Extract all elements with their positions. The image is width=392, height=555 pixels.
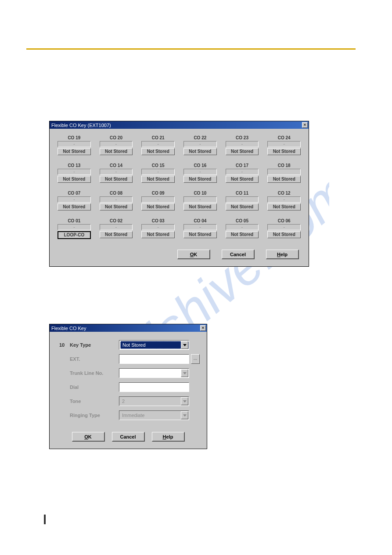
- co-status-button[interactable]: Not Stored: [141, 176, 175, 183]
- co-dash-field[interactable]: -: [58, 141, 91, 147]
- key-type-label: Key Type: [70, 342, 119, 348]
- co-dash-field[interactable]: -: [183, 196, 217, 203]
- co-label: CO 15: [141, 163, 175, 168]
- cancel-button[interactable]: Cancel: [112, 432, 145, 442]
- co-dash-field[interactable]: -: [141, 224, 175, 230]
- co-status-button[interactable]: Not Stored: [183, 203, 217, 210]
- help-button[interactable]: Help: [266, 250, 299, 259]
- co-dash-field[interactable]: -: [58, 169, 91, 175]
- co-status-button[interactable]: Not Stored: [100, 203, 133, 210]
- tone-select[interactable]: 2: [119, 396, 189, 406]
- co-dash-field[interactable]: -: [226, 141, 259, 147]
- co-label: CO 17: [226, 163, 259, 168]
- co-status-button[interactable]: Not Stored: [226, 203, 259, 210]
- co-status-button[interactable]: Not Stored: [267, 203, 301, 210]
- co-label: CO 07: [58, 191, 91, 196]
- close-icon[interactable]: ×: [200, 325, 206, 331]
- co-loop-button[interactable]: LOOP-CO: [58, 231, 91, 239]
- co-cell: CO 12-Not Stored: [267, 191, 301, 210]
- chevron-down-icon[interactable]: [181, 411, 188, 419]
- ringing-label: Ringing Type: [70, 413, 119, 418]
- co-status-button[interactable]: Not Stored: [183, 176, 217, 183]
- close-icon[interactable]: ×: [302, 122, 308, 128]
- co-cell: CO 04-Not Stored: [183, 218, 217, 239]
- co-dash-field[interactable]: -: [267, 196, 301, 203]
- co-dash-field[interactable]: -: [100, 224, 133, 230]
- co-status-button[interactable]: Not Stored: [267, 176, 301, 183]
- co-dash-field[interactable]: -: [267, 224, 301, 230]
- co-status-button[interactable]: Not Stored: [226, 231, 259, 238]
- co-status-button[interactable]: Not Stored: [183, 231, 217, 238]
- co-row: CO 19-Not StoredCO 20-Not StoredCO 21-No…: [58, 135, 301, 155]
- co-dash-field[interactable]: -: [141, 169, 175, 175]
- co-status-button[interactable]: Not Stored: [100, 176, 133, 183]
- co-status-button[interactable]: Not Stored: [267, 148, 301, 155]
- ok-button[interactable]: OK: [177, 250, 210, 259]
- co-status-button[interactable]: Not Stored: [226, 176, 259, 183]
- ext-row: EXT. ...: [59, 354, 200, 364]
- dial-input[interactable]: [119, 382, 189, 392]
- co-dash-field[interactable]: -: [141, 196, 175, 203]
- co-status-button[interactable]: Not Stored: [226, 148, 259, 155]
- chevron-down-icon[interactable]: [181, 341, 188, 349]
- co-dash-field[interactable]: -: [183, 169, 217, 175]
- flexible-co-key-ext-dialog: Flexible CO Key (EXT1007) × CO 19-Not St…: [49, 121, 309, 267]
- co-label: CO 23: [226, 135, 259, 140]
- ok-button[interactable]: OK: [72, 432, 105, 442]
- co-status-button[interactable]: Not Stored: [58, 176, 91, 183]
- co-status-button[interactable]: Not Stored: [100, 231, 133, 238]
- co-status-button[interactable]: Not Stored: [141, 203, 175, 210]
- co-dash-field[interactable]: -: [183, 224, 217, 230]
- co-cell: CO 20-Not Stored: [100, 135, 133, 155]
- co-dash-field[interactable]: -: [226, 196, 259, 203]
- co-status-button[interactable]: Not Stored: [58, 203, 91, 210]
- dialog1-body: CO 19-Not StoredCO 20-Not StoredCO 21-No…: [50, 129, 309, 243]
- co-cell: CO 16-Not Stored: [183, 163, 217, 183]
- dial-label: Dial: [70, 385, 119, 390]
- co-dash-field[interactable]: -: [226, 224, 259, 230]
- co-label: CO 13: [58, 163, 91, 168]
- co-dash-field[interactable]: -: [58, 224, 91, 230]
- co-cell: CO 06-Not Stored: [267, 218, 301, 239]
- co-dash-field[interactable]: -: [226, 169, 259, 175]
- co-label: CO 21: [141, 135, 175, 140]
- co-dash-field[interactable]: [267, 169, 301, 175]
- co-status-button[interactable]: Not Stored: [100, 148, 133, 155]
- cancel-button[interactable]: Cancel: [222, 250, 255, 259]
- tone-row: Tone 2: [59, 396, 200, 406]
- co-label: CO 18: [267, 163, 301, 168]
- co-dash-field[interactable]: -: [100, 169, 133, 175]
- trunk-select[interactable]: [119, 368, 189, 378]
- co-status-button[interactable]: Not Stored: [141, 148, 175, 155]
- co-cell: CO 10-Not Stored: [183, 191, 217, 210]
- co-cell: CO 22-Not Stored: [183, 135, 217, 155]
- co-dash-field[interactable]: -: [141, 141, 175, 147]
- header-divider: [26, 48, 356, 50]
- co-status-button[interactable]: Not Stored: [141, 231, 175, 238]
- dialog2-title: Flexible CO Key: [51, 326, 86, 331]
- co-row: CO 13-Not StoredCO 14-Not StoredCO 15-No…: [58, 163, 301, 183]
- co-row: CO 07-Not StoredCO 08-Not StoredCO 09-No…: [58, 191, 301, 210]
- co-label: CO 12: [267, 191, 301, 196]
- dialog1-footer: OK Cancel Help: [50, 243, 309, 266]
- key-type-select[interactable]: Not Stored: [119, 340, 189, 350]
- co-dash-field[interactable]: -: [100, 196, 133, 203]
- co-label: CO 03: [141, 218, 175, 223]
- co-cell: CO 03-Not Stored: [141, 218, 175, 239]
- dialog2-body: 10 Key Type Not Stored EXT. ... Trunk Li…: [50, 332, 207, 426]
- co-dash-field[interactable]: -: [100, 141, 133, 147]
- ext-browse-button[interactable]: ...: [191, 354, 200, 364]
- chevron-down-icon[interactable]: [181, 369, 188, 377]
- co-dash-field[interactable]: -: [183, 141, 217, 147]
- chevron-down-icon[interactable]: [181, 397, 188, 405]
- co-dash-field[interactable]: -: [267, 141, 301, 147]
- co-label: CO 04: [183, 218, 217, 223]
- co-status-button[interactable]: Not Stored: [183, 148, 217, 155]
- co-status-button[interactable]: Not Stored: [58, 148, 91, 155]
- ext-input[interactable]: [119, 354, 189, 364]
- co-status-button[interactable]: Not Stored: [267, 231, 301, 238]
- ringing-select[interactable]: Immediate: [119, 410, 189, 420]
- help-button[interactable]: Help: [152, 432, 185, 442]
- trunk-label: Trunk Line No.: [70, 370, 119, 376]
- co-dash-field[interactable]: -: [58, 196, 91, 203]
